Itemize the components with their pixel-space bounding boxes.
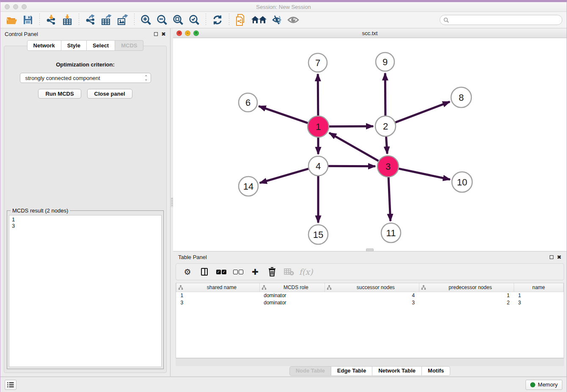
table-row[interactable]: 3 dominator 3 2 3 — [176, 299, 564, 306]
tab-mcds[interactable]: MCDS — [115, 40, 143, 51]
memory-button[interactable]: Memory — [526, 380, 562, 390]
cell-predecessor-nodes[interactable]: 2 — [419, 299, 514, 306]
tab-network-table[interactable]: Network Table — [372, 366, 422, 376]
control-panel-header: Control Panel ✖ — [0, 28, 170, 39]
hide-panel-button[interactable] — [270, 13, 284, 27]
delete-table-icon — [284, 268, 294, 276]
close-panel-button[interactable]: Close panel — [87, 89, 132, 99]
cell-name[interactable]: 1 — [514, 292, 564, 299]
delete-table-button[interactable] — [283, 265, 295, 278]
attribute-tree-icon — [327, 285, 332, 290]
node-table: shared name MCDS role successor nodes pr… — [176, 283, 564, 358]
attribute-tree-icon — [421, 285, 426, 290]
float-panel-icon[interactable] — [154, 32, 158, 36]
tab-network[interactable]: Network — [27, 40, 61, 51]
criterion-select[interactable]: strongly connected component ⌃⌄ — [20, 73, 151, 83]
columns-icon — [201, 268, 208, 276]
column-header-mcds-role[interactable]: MCDS role — [259, 283, 325, 292]
window-title: Session: New Session — [0, 4, 567, 10]
zoom-selected-button[interactable] — [187, 13, 201, 27]
graph-edge-4-14[interactable] — [260, 169, 308, 183]
control-panel: Control Panel ✖ Network Style Select MCD… — [0, 28, 170, 376]
import-network-button[interactable] — [44, 13, 58, 27]
cell-shared-name[interactable]: 1 — [176, 292, 260, 299]
graph-node-label-6: 6 — [245, 97, 250, 108]
vertical-splitter[interactable] — [170, 28, 173, 376]
zoom-out-button[interactable] — [155, 13, 169, 27]
close-table-panel-icon[interactable]: ✖ — [557, 254, 561, 260]
graph-edge-1-6[interactable] — [259, 106, 308, 123]
column-header-shared-name[interactable]: shared name — [176, 283, 260, 292]
tab-node-table[interactable]: Node Table — [289, 366, 331, 376]
column-header-successor-nodes[interactable]: successor nodes — [325, 283, 419, 292]
tab-edge-table[interactable]: Edge Table — [331, 366, 372, 376]
column-header-name[interactable]: name — [514, 283, 564, 292]
cell-name[interactable]: 3 — [514, 299, 564, 306]
control-panel-tabs: Network Style Select MCDS — [0, 40, 170, 51]
open-folder-button[interactable] — [5, 13, 19, 27]
table-scroll-strip[interactable] — [176, 358, 564, 366]
show-panel-button[interactable] — [286, 13, 300, 27]
graph-edge-4-3[interactable] — [328, 166, 375, 166]
home-button[interactable] — [250, 13, 268, 27]
cell-successor-nodes[interactable]: 3 — [325, 299, 419, 306]
cell-successor-nodes[interactable]: 4 — [325, 292, 419, 299]
select-all-button[interactable]: ✓✓ — [215, 265, 228, 278]
graph-edge-1-7[interactable] — [318, 74, 318, 116]
open-session-file-icon — [235, 14, 246, 26]
run-mcds-button[interactable]: Run MCDS — [38, 89, 81, 99]
app-window: Session: New Session — [0, 0, 567, 392]
export-table-button[interactable] — [99, 13, 114, 27]
deselect-all-button[interactable] — [232, 265, 245, 278]
attribute-tree-icon — [261, 285, 267, 290]
graph-edge-2-9[interactable] — [385, 73, 385, 116]
cell-shared-name[interactable]: 3 — [176, 299, 260, 306]
graph-edge-1-2[interactable] — [329, 126, 373, 127]
graph-edge-3-11[interactable] — [388, 177, 391, 221]
plus-icon: ✚ — [252, 267, 259, 277]
export-network-button[interactable] — [83, 13, 98, 27]
mcds-result-title: MCDS result (2 nodes) — [11, 207, 70, 214]
toolbar-separator — [39, 14, 40, 26]
export-image-button[interactable] — [116, 13, 130, 27]
tab-select[interactable]: Select — [87, 40, 115, 51]
home-icon — [250, 15, 267, 25]
cell-mcds-role[interactable]: dominator — [259, 292, 325, 299]
graph-node-label-8: 8 — [459, 92, 464, 103]
open-session-file-button[interactable] — [234, 13, 248, 27]
cell-mcds-role[interactable]: dominator — [259, 299, 325, 306]
save-session-button[interactable] — [21, 13, 35, 27]
graph-edge-2-3[interactable] — [386, 137, 388, 154]
delete-column-button[interactable] — [266, 265, 278, 278]
tab-motifs[interactable]: Motifs — [422, 366, 450, 376]
graph-edge-3-10[interactable] — [399, 168, 450, 179]
graph-node-label-7: 7 — [315, 58, 320, 68]
function-builder-button[interactable]: f(x) — [300, 265, 312, 278]
import-table-button[interactable] — [60, 13, 74, 27]
close-panel-icon[interactable]: ✖ — [161, 31, 166, 37]
horizontal-splitter-grip[interactable] — [366, 248, 374, 251]
add-column-button[interactable]: ✚ — [249, 265, 261, 278]
column-header-predecessor-nodes[interactable]: predecessor nodes — [419, 283, 514, 292]
float-table-panel-icon[interactable] — [550, 255, 553, 259]
zoom-in-button[interactable] — [139, 13, 153, 27]
search-input[interactable] — [451, 17, 559, 23]
mcds-result-text[interactable]: 1 3 — [9, 215, 162, 367]
search-box[interactable] — [440, 15, 562, 25]
tab-style[interactable]: Style — [61, 40, 87, 51]
graph-node-label-9: 9 — [383, 57, 388, 67]
mcds-panel: Optimization criterion: strongly connect… — [4, 46, 167, 373]
cell-predecessor-nodes[interactable]: 1 — [419, 292, 514, 299]
table-row[interactable]: 1 dominator 4 1 1 — [176, 292, 564, 299]
graph-edge-3-1[interactable] — [329, 133, 378, 161]
zoom-fit-button[interactable] — [171, 13, 185, 27]
task-history-button[interactable] — [5, 380, 17, 390]
graph-edge-2-8[interactable] — [395, 102, 450, 122]
network-canvas[interactable]: 1234678910111415 — [173, 38, 567, 251]
graph-node-label-10: 10 — [457, 177, 467, 188]
apply-layout-button[interactable] — [210, 13, 225, 27]
table-settings-button[interactable]: ⚙ — [181, 265, 194, 278]
right-column: ✕ − + scc.txt 1234678910111415 Table Pan… — [173, 28, 567, 376]
memory-status-icon — [530, 382, 535, 387]
column-view-button[interactable] — [198, 265, 211, 278]
